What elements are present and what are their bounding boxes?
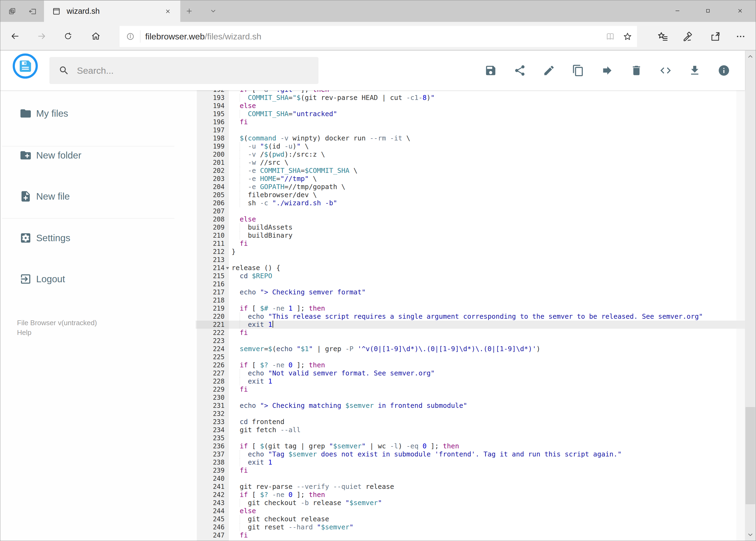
move-button[interactable]: [601, 64, 614, 77]
filebrowser-logo[interactable]: [13, 54, 38, 79]
code-line-236[interactable]: 236 if [ $(git tag | grep "$semver" | wc…: [196, 442, 745, 450]
code-line-219[interactable]: 219 if [ $# -ne 1 ]; then: [196, 304, 745, 312]
code-line-220[interactable]: 220 echo "This release script requires a…: [196, 312, 745, 320]
refresh-button[interactable]: [60, 28, 76, 45]
code-line-243[interactable]: 243 git checkout -b release "$semver": [196, 499, 745, 507]
code-line-209[interactable]: 209 buildAssets: [196, 224, 745, 232]
scroll-down-button[interactable]: [745, 529, 756, 540]
code-line-211[interactable]: 211 fi: [196, 240, 745, 248]
code-line-230[interactable]: 230: [196, 393, 745, 402]
code-line-241[interactable]: 241 git rev-parse --verify --quiet relea…: [196, 483, 745, 491]
site-info-icon[interactable]: [126, 32, 135, 41]
code-line-246[interactable]: 246 git reset --hard "$semver": [196, 523, 745, 531]
code-button[interactable]: [659, 64, 672, 77]
sidebar-item-my-files[interactable]: My files: [0, 100, 196, 127]
sidebar-item-logout[interactable]: Logout: [0, 266, 196, 292]
code-line-199[interactable]: 199 -u "$(id -u)" \: [196, 142, 745, 151]
code-line-217[interactable]: 217 echo "> Checking semver format": [196, 288, 745, 296]
back-button[interactable]: [6, 28, 23, 45]
code-line-198[interactable]: 198 $(command -v winpty) docker run --rm…: [196, 134, 745, 142]
code-line-193[interactable]: 193 COMMIT_SHA="$(git rev-parse HEAD | c…: [196, 94, 745, 102]
sidebar-item-new-file[interactable]: New file: [0, 183, 196, 210]
code-line-238[interactable]: 238 exit 1: [196, 458, 745, 466]
code-line-210[interactable]: 210 buildBinary: [196, 232, 745, 240]
code-line-240[interactable]: 240: [196, 475, 745, 483]
download-button[interactable]: [688, 64, 701, 77]
code-line-233[interactable]: 233 cd frontend: [196, 418, 745, 426]
code-line-226[interactable]: 226 if [ $? -ne 0 ]; then: [196, 361, 745, 369]
url-box[interactable]: filebrowser.web/files/wizard.sh: [120, 26, 637, 47]
info-button[interactable]: [717, 64, 730, 77]
code-editor[interactable]: 192 if [ -d ".git" ]; then193 COMMIT_SHA…: [196, 90, 745, 541]
search-box[interactable]: [49, 57, 319, 84]
code-line-207[interactable]: 207: [196, 207, 745, 215]
code-line-227[interactable]: 227 echo "Not valid semver format. See s…: [196, 369, 745, 377]
save-button[interactable]: [484, 64, 497, 77]
scrollbar-thumb[interactable]: [745, 407, 755, 504]
code-line-206[interactable]: 206 sh -c "./wizard.sh -b": [196, 199, 745, 207]
code-line-235[interactable]: 235: [196, 434, 745, 442]
code-line-203[interactable]: 203 -e HOME="//tmp" \: [196, 175, 745, 183]
close-window-button[interactable]: [726, 2, 754, 19]
code-line-212[interactable]: 212}: [196, 248, 745, 256]
share-button[interactable]: [513, 64, 526, 77]
edit-button[interactable]: [543, 64, 556, 77]
web-note-button[interactable]: [680, 29, 695, 44]
code-line-218[interactable]: 218: [196, 296, 745, 304]
code-line-232[interactable]: 232: [196, 410, 745, 418]
minimize-button[interactable]: [663, 2, 691, 19]
maximize-button[interactable]: [694, 2, 722, 19]
code-line-196[interactable]: 196 fi: [196, 118, 745, 126]
code-line-202[interactable]: 202 -e COMMIT_SHA=$COMMIT_SHA \: [196, 167, 745, 175]
tab-preview-button[interactable]: [5, 4, 21, 19]
code-line-216[interactable]: 216: [196, 280, 745, 288]
code-line-223[interactable]: 223: [196, 337, 745, 345]
code-line-213[interactable]: 213: [196, 256, 745, 264]
code-line-222[interactable]: 222 fi: [196, 329, 745, 337]
delete-button[interactable]: [630, 64, 643, 77]
code-line-200[interactable]: 200 -v /$(pwd):/src:z \: [196, 151, 745, 159]
set-aside-tabs-button[interactable]: [25, 4, 41, 19]
more-button[interactable]: [733, 29, 748, 44]
favorites-hub-button[interactable]: [655, 29, 670, 44]
help-link[interactable]: Help: [17, 328, 31, 337]
code-line-221[interactable]: 221 exit 1: [196, 320, 745, 329]
code-line-237[interactable]: 237 echo "Tag $semver does not exist in …: [196, 450, 745, 458]
code-line-201[interactable]: 201 -w //src \: [196, 159, 745, 167]
url-text[interactable]: filebrowser.web/files/wizard.sh: [145, 32, 261, 42]
code-line-224[interactable]: 224 semver=$(echo "$1" | grep -P '^v(0|[…: [196, 345, 745, 353]
scroll-up-button[interactable]: [745, 51, 756, 62]
code-line-214[interactable]: 214release () {: [196, 264, 745, 272]
sidebar-item-new-folder[interactable]: New folder: [0, 142, 196, 169]
code-line-204[interactable]: 204 -e GOPATH=//tmp/gopath \: [196, 183, 745, 191]
sidebar-item-settings[interactable]: Settings: [0, 225, 196, 252]
code-line-245[interactable]: 245 git checkout release: [196, 515, 745, 523]
code-line-215[interactable]: 215 cd $REPO: [196, 272, 745, 280]
page-scrollbar[interactable]: [745, 51, 756, 541]
code-line-205[interactable]: 205 filebrowser/dev \: [196, 191, 745, 199]
active-tab[interactable]: wizard.sh: [44, 1, 180, 22]
forward-button[interactable]: [34, 28, 50, 45]
code-line-192[interactable]: 192 if [ -d ".git" ]; then: [196, 90, 745, 94]
share-page-button[interactable]: [708, 29, 723, 44]
code-line-208[interactable]: 208 else: [196, 215, 745, 224]
code-line-195[interactable]: 195 COMMIT_SHA="untracked": [196, 110, 745, 118]
code-line-244[interactable]: 244 else: [196, 507, 745, 515]
code-line-231[interactable]: 231 echo "> Checking matching $semver in…: [196, 402, 745, 410]
home-button[interactable]: [88, 28, 104, 45]
search-input[interactable]: [76, 65, 288, 76]
code-line-228[interactable]: 228 exit 1: [196, 377, 745, 385]
code-line-242[interactable]: 242 if [ $? -ne 0 ]; then: [196, 491, 745, 499]
code-line-247[interactable]: 247 fi: [196, 531, 745, 539]
code-line-194[interactable]: 194 else: [196, 102, 745, 110]
favorite-star-icon[interactable]: [623, 32, 632, 41]
tab-list-button[interactable]: [206, 5, 220, 17]
code-line-234[interactable]: 234 git fetch --all: [196, 426, 745, 434]
tab-close-icon[interactable]: [162, 6, 173, 17]
code-line-197[interactable]: 197: [196, 126, 745, 134]
new-tab-button[interactable]: [182, 5, 196, 17]
code-line-239[interactable]: 239 fi: [196, 466, 745, 475]
code-line-229[interactable]: 229 fi: [196, 385, 745, 393]
code-line-225[interactable]: 225: [196, 353, 745, 361]
copy-button[interactable]: [572, 64, 585, 77]
